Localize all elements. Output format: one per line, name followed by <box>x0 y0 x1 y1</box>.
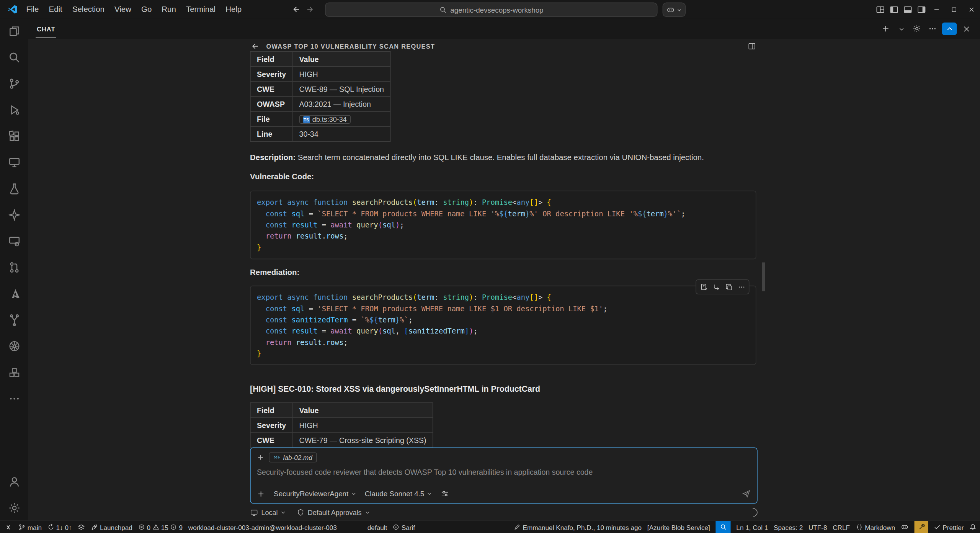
add-context-icon[interactable] <box>257 490 265 498</box>
problems-indicator[interactable]: 0 15 9 <box>138 521 183 533</box>
menu-run[interactable]: Run <box>157 0 181 19</box>
table-field-cell: OWASP <box>250 96 293 111</box>
close-window-button[interactable] <box>962 0 980 19</box>
panel-tab-chat[interactable]: CHAT <box>36 20 57 37</box>
accounts-icon[interactable] <box>7 474 21 489</box>
open-in-editor-icon[interactable] <box>748 42 756 51</box>
github-pr-icon[interactable] <box>7 260 21 275</box>
new-chat-dropdown-icon[interactable] <box>895 23 908 35</box>
menu-view[interactable]: View <box>109 0 136 19</box>
menu-selection[interactable]: Selection <box>67 0 109 19</box>
toggle-panel-icon[interactable] <box>903 5 912 14</box>
menu-file[interactable]: File <box>21 0 44 19</box>
kube-namespace-indicator[interactable]: default <box>368 521 387 533</box>
minimize-button[interactable] <box>928 0 945 19</box>
copilot-status-icon[interactable] <box>901 521 909 533</box>
title-bar: FileEditSelectionViewGoRunTerminalHelp a… <box>0 0 980 20</box>
description-label: Description: <box>250 153 296 162</box>
branch-indicator[interactable]: main <box>18 521 42 533</box>
language-indicator[interactable]: Markdown <box>856 521 895 533</box>
copilot-chat-icon[interactable] <box>7 208 21 222</box>
code-line: const sql = 'SELECT * FROM products WHER… <box>251 303 756 314</box>
pipelines-icon[interactable] <box>7 312 21 327</box>
model-picker[interactable]: Claude Sonnet 4.5 <box>365 490 432 497</box>
source-control-icon[interactable] <box>7 76 21 91</box>
extensions-icon[interactable] <box>7 129 21 144</box>
search-view-icon[interactable] <box>7 50 21 65</box>
location-picker[interactable]: Local <box>250 508 286 517</box>
approvals-picker[interactable]: Default Approvals <box>297 508 370 516</box>
menu-go[interactable]: Go <box>136 0 157 19</box>
launchpad-indicator[interactable]: Launchpad <box>91 521 132 533</box>
send-button[interactable] <box>742 489 751 498</box>
notifications-bell-icon[interactable] <box>969 521 976 533</box>
chat-input-text[interactable]: Security-focused code reviewer that dete… <box>251 463 757 477</box>
run-debug-icon[interactable] <box>7 103 21 118</box>
remote-indicator[interactable] <box>5 521 13 533</box>
vulnerability-table-xss: FieldValueSeverityHIGHCWECWE-79 — Cross-… <box>250 402 433 448</box>
rocket-icon <box>91 523 98 531</box>
status-bar: main 1↓ 0↑ Launchpad 0 15 9 <box>0 520 980 533</box>
file-link-chip[interactable]: TSdb.ts:30-34 <box>299 115 351 124</box>
code-line: } <box>251 348 756 359</box>
back-button[interactable] <box>291 5 300 14</box>
containers-icon[interactable] <box>7 365 21 380</box>
table-value-cell: 30-34 <box>292 126 390 141</box>
format-indicator[interactable]: Prettier <box>934 521 964 533</box>
chat-input-box[interactable]: lab-02.md Security-focused code reviewer… <box>250 447 758 504</box>
chevron-down-icon <box>365 510 370 515</box>
more-views-icon[interactable] <box>7 391 21 406</box>
tools-sliders-icon[interactable] <box>441 489 449 498</box>
toggle-sidebar-left-icon[interactable] <box>889 5 898 14</box>
copilot-icon <box>666 5 675 14</box>
copilot-menu-button[interactable] <box>663 3 686 17</box>
more-actions-icon[interactable] <box>926 23 939 35</box>
tools-status-button[interactable] <box>915 521 928 533</box>
apply-in-editor-icon[interactable] <box>698 281 709 292</box>
kube-context-indicator[interactable]: workload-cluster-003-admin@workload-clus… <box>188 521 337 533</box>
back-icon[interactable] <box>250 42 259 51</box>
chat-scrollbar-thumb[interactable] <box>762 262 765 291</box>
chat-settings-gear-icon[interactable] <box>911 23 923 35</box>
copy-icon[interactable] <box>723 281 734 292</box>
eol-indicator[interactable]: CRLF <box>833 521 850 533</box>
menu-edit[interactable]: Edit <box>44 0 67 19</box>
kubernetes-icon[interactable] <box>7 338 21 353</box>
table-header: Value <box>292 52 390 67</box>
attach-context-icon[interactable] <box>257 454 265 461</box>
chat-session-title: OWASP TOP 10 VULNERABILITY SCAN REQUEST <box>266 43 435 50</box>
sync-indicator[interactable]: 1↓ 0↑ <box>47 521 72 533</box>
command-center[interactable]: agentic-devsecops-workshop <box>325 3 658 17</box>
layers-indicator[interactable] <box>77 521 85 533</box>
maximize-button[interactable] <box>945 0 963 19</box>
remote-explorer-icon[interactable] <box>7 155 21 170</box>
forward-button[interactable] <box>306 5 315 14</box>
more-actions-icon[interactable] <box>736 281 747 292</box>
close-panel-button[interactable] <box>960 23 973 35</box>
azure-icon[interactable] <box>7 286 21 301</box>
input-toolbar: SecurityReviewerAgent Claude Sonnet 4.5 <box>257 489 751 498</box>
agent-mode-picker[interactable]: SecurityReviewerAgent <box>274 490 356 497</box>
explorer-icon[interactable] <box>7 24 21 39</box>
testing-icon[interactable] <box>7 181 21 196</box>
search-status-button[interactable] <box>715 521 730 533</box>
sarif-icon <box>393 524 400 531</box>
menu-help[interactable]: Help <box>220 0 247 19</box>
sarif-indicator[interactable]: Sarif <box>393 521 415 533</box>
encoding-indicator[interactable]: UTF-8 <box>808 521 827 533</box>
customize-layout-icon[interactable] <box>875 5 885 14</box>
command-center-label: agentic-devsecops-workshop <box>450 6 543 14</box>
menu-terminal[interactable]: Terminal <box>181 0 220 19</box>
new-chat-button[interactable] <box>879 23 892 35</box>
toggle-sidebar-right-icon[interactable] <box>917 5 926 14</box>
remote-tunnels-icon[interactable] <box>7 234 21 249</box>
insert-at-cursor-icon[interactable] <box>710 281 722 292</box>
indentation-indicator[interactable]: Spaces: 2 <box>774 521 803 533</box>
git-blame-indicator[interactable]: Emmanuel Knafo, Ph.D., 10 minutes ago <box>514 521 642 533</box>
vulnerable-code-block: export async function searchProducts(ter… <box>250 191 756 260</box>
settings-gear-icon[interactable] <box>7 500 21 515</box>
maximize-panel-button[interactable] <box>942 23 957 35</box>
azurite-indicator[interactable]: [Azurite Blob Service] <box>647 521 710 533</box>
cursor-position-indicator[interactable]: Ln 1, Col 1 <box>736 521 768 533</box>
attachment-chip[interactable]: lab-02.md <box>269 452 317 462</box>
